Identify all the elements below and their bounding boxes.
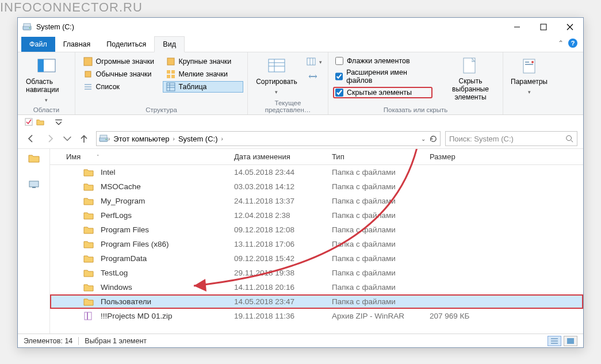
address-bar[interactable]: › Этот компьютер › System (C:) › ⌄ (96, 131, 441, 146)
view-thumbnails-button[interactable] (564, 336, 577, 346)
chevron-down-icon[interactable]: ⌄ (421, 136, 426, 142)
ribbon-group-show-hide: Флажки элементов Расширения имен файлов … (328, 52, 503, 114)
crumb-sep-icon[interactable]: › (221, 136, 223, 142)
table-row[interactable]: My_Program24.11.2018 13:37Папка с файлам… (50, 194, 583, 208)
nav-pane-button[interactable]: Область навигации ▾ (22, 56, 70, 104)
table-row[interactable]: Пользователи14.05.2018 23:47Папка с файл… (50, 294, 583, 309)
tab-file[interactable]: Файл (21, 37, 55, 52)
window-title: System (C:) (36, 23, 74, 31)
file-type: Папка с файлами (332, 225, 430, 234)
column-size[interactable]: Размер (430, 152, 504, 161)
svg-line-43 (571, 140, 573, 143)
chevron-down-icon: ▾ (275, 89, 278, 95)
file-type: Папка с файлами (332, 269, 430, 277)
minimize-button[interactable] (504, 18, 530, 36)
file-name: Program Files (101, 225, 149, 234)
ribbon-group-options: Параметры ▾ (503, 52, 555, 114)
maximize-button[interactable] (530, 18, 557, 36)
layout-details[interactable]: Таблица (163, 81, 243, 93)
hide-selected-button[interactable]: Скрыть выбранные элементы (443, 56, 498, 102)
svg-rect-34 (525, 64, 533, 65)
chevron-down-icon: ▾ (45, 97, 48, 103)
table-row[interactable]: MSOCache03.03.2018 14:12Папка с файлами (50, 179, 583, 194)
table-row[interactable]: Program Files (x86)13.11.2018 17:06Папка… (50, 237, 583, 251)
column-name[interactable]: Имя˄ (50, 152, 234, 161)
layout-list[interactable]: Список (80, 81, 160, 93)
up-button[interactable] (76, 131, 91, 146)
customize-qat-icon[interactable] (55, 118, 63, 126)
checkbox-hidden-items[interactable]: Скрытые элементы (333, 87, 432, 98)
svg-rect-13 (171, 70, 175, 74)
file-type: Папка с файлами (332, 182, 430, 191)
help-icon[interactable]: ? (568, 39, 577, 48)
svg-rect-40 (100, 135, 107, 138)
table-row[interactable]: !!!Projects MD 01.zip19.11.2018 11:36Арх… (50, 309, 583, 323)
back-button[interactable] (24, 131, 39, 146)
ribbon-group-layout-label: Структура (146, 106, 177, 113)
table-row[interactable]: ProgramData09.12.2018 15:42Папка с файла… (50, 251, 583, 266)
checkbox-icon[interactable] (25, 118, 33, 126)
file-type: Папка с файлами (332, 197, 430, 205)
explorer-window: System (C:) Файл Главная Поделиться Вид … (17, 17, 584, 348)
search-input[interactable]: Поиск: System (C:) (445, 131, 577, 146)
svg-rect-45 (32, 187, 36, 188)
checkbox-file-extensions[interactable]: Расширения имен файлов (333, 67, 432, 86)
checkbox-file-ext-label: Расширения имен файлов (346, 68, 430, 85)
nav-pane[interactable] (18, 149, 50, 334)
svg-point-2 (29, 28, 30, 29)
svg-rect-14 (167, 75, 170, 78)
svg-rect-15 (171, 75, 175, 78)
recent-locations-button[interactable] (63, 131, 72, 146)
layout-large-icons[interactable]: Крупные значки (163, 56, 243, 67)
this-pc-icon[interactable] (28, 180, 40, 189)
collapse-ribbon-icon[interactable]: ⌃ (558, 39, 564, 47)
layout-small-icons[interactable]: Мелкие значки (163, 68, 243, 80)
table-row[interactable]: PerfLogs12.04.2018 2:38Папка с файлами (50, 208, 583, 223)
layout-normal-icons[interactable]: Обычные значки (80, 68, 160, 80)
size-columns-button[interactable] (307, 71, 321, 82)
tab-share[interactable]: Поделиться (98, 37, 154, 52)
tab-main[interactable]: Главная (55, 37, 99, 52)
sort-asc-icon: ˄ (97, 154, 99, 160)
checkbox-hidden-label: Скрытые элементы (347, 89, 412, 97)
options-button[interactable]: Параметры ▾ (507, 56, 551, 96)
ribbon-group-panes: Область навигации ▾ Области (18, 52, 75, 114)
tab-view[interactable]: Вид (154, 36, 185, 52)
add-columns-button[interactable]: ▾ (305, 56, 323, 67)
layout-list-label: Список (96, 83, 120, 91)
file-rows: Intel14.05.2018 23:44Папка с файламиMSOC… (50, 165, 583, 334)
folder-icon[interactable] (28, 154, 40, 163)
crumb-this-pc[interactable]: Этот компьютер (110, 135, 173, 143)
hide-selected-label: Скрыть выбранные элементы (446, 78, 495, 101)
file-name: Windows (101, 283, 132, 292)
file-date: 09.12.2018 12:08 (234, 225, 332, 234)
table-row[interactable]: Intel14.05.2018 23:44Папка с файлами (50, 165, 583, 179)
table-row[interactable]: TestLog29.11.2018 19:38Папка с файлами (50, 266, 583, 280)
svg-rect-36 (25, 118, 32, 125)
file-name: ProgramData (101, 254, 147, 263)
svg-rect-27 (307, 58, 315, 65)
crumb-system-c[interactable]: System (C:) (175, 135, 221, 143)
ribbon-tabs: Файл Главная Поделиться Вид ⌃ ? (18, 36, 583, 52)
content-area: Имя˄ Дата изменения Тип Размер Intel14.0… (18, 148, 583, 334)
file-date: 29.11.2018 19:38 (234, 269, 332, 277)
forward-button[interactable] (43, 131, 58, 146)
column-date[interactable]: Дата изменения (234, 152, 332, 161)
layout-huge-icons[interactable]: Огромные значки (80, 56, 160, 67)
table-row[interactable]: Windows14.11.2018 20:16Папка с файлами (50, 280, 583, 294)
refresh-icon[interactable] (429, 135, 438, 143)
sort-button[interactable]: Сортировать ▾ (252, 56, 301, 96)
svg-rect-52 (567, 338, 574, 344)
file-type: Папка с файлами (332, 297, 430, 306)
close-button[interactable] (557, 18, 583, 36)
drive-icon (22, 22, 32, 32)
titlebar: System (C:) (18, 18, 583, 36)
checkbox-item-flags[interactable]: Флажки элементов (333, 56, 432, 66)
table-row[interactable]: Program Files09.12.2018 12:08Папка с фай… (50, 223, 583, 237)
column-type[interactable]: Тип (332, 152, 430, 161)
file-name: My_Program (101, 197, 145, 205)
view-details-button[interactable] (548, 336, 561, 346)
status-item-count: Элементов: 14 (24, 337, 72, 345)
sort-label: Сортировать (256, 78, 297, 86)
svg-rect-1 (24, 24, 30, 26)
